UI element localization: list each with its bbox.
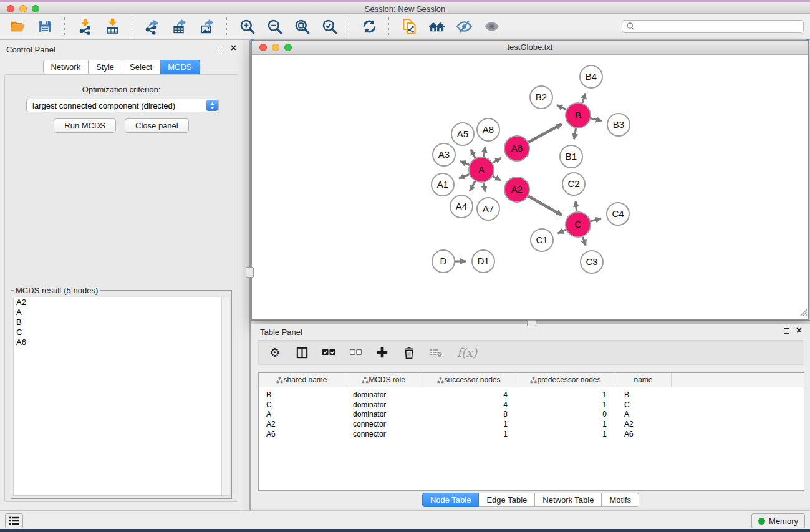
close-panel-icon[interactable]: × bbox=[796, 324, 802, 337]
node-B2[interactable]: B2 bbox=[530, 86, 552, 109]
duplicate-network-button[interactable] bbox=[398, 16, 420, 37]
cell-MCDS-role[interactable]: connector bbox=[345, 420, 422, 428]
delete-table-button[interactable] bbox=[428, 344, 443, 360]
edge-B-B2[interactable] bbox=[557, 105, 566, 109]
node-D1[interactable]: D1 bbox=[472, 250, 494, 273]
table-row[interactable]: A6connector11A6 bbox=[259, 429, 804, 439]
hide-graphics-details-button[interactable] bbox=[453, 16, 475, 37]
node-C[interactable]: C bbox=[566, 212, 591, 237]
edge-A6-B[interactable] bbox=[528, 124, 561, 142]
node-C4[interactable]: C4 bbox=[607, 203, 629, 225]
cell-MCDS-role[interactable]: dominator bbox=[345, 390, 422, 399]
open-session-button[interactable] bbox=[6, 16, 29, 37]
column-settings-button[interactable]: ⚙ bbox=[268, 344, 282, 360]
float-panel-icon[interactable] bbox=[784, 328, 789, 334]
cell-shared-name[interactable]: A6 bbox=[259, 430, 345, 438]
node-B[interactable]: B bbox=[566, 103, 591, 128]
cell-shared-name[interactable]: C bbox=[259, 400, 345, 409]
criterion-dropdown[interactable]: largest connected component (directed) bbox=[26, 99, 219, 112]
cell-shared-name[interactable]: A bbox=[259, 410, 345, 418]
node-A5[interactable]: A5 bbox=[451, 123, 474, 145]
import-network-button[interactable] bbox=[74, 16, 96, 37]
task-history-button[interactable] bbox=[5, 513, 23, 528]
cell-predecessor-nodes[interactable]: 1 bbox=[516, 400, 615, 409]
node-A7[interactable]: A7 bbox=[477, 198, 499, 220]
edge-A-A2[interactable] bbox=[493, 176, 501, 180]
column-header-predecessor-nodes[interactable]: predecessor nodes bbox=[516, 373, 615, 387]
deselect-all-columns-button[interactable] bbox=[348, 344, 363, 360]
home-layout-button[interactable] bbox=[425, 16, 448, 37]
result-scrollbar[interactable] bbox=[221, 297, 229, 495]
edge-C-C1[interactable] bbox=[558, 230, 566, 233]
table-row[interactable]: A2connector11A2 bbox=[259, 419, 804, 429]
edge-A-A1[interactable] bbox=[459, 175, 469, 178]
network-window-titlebar[interactable]: testGlobe.txt bbox=[252, 41, 808, 55]
column-header-name[interactable]: name bbox=[615, 373, 672, 387]
cell-predecessor-nodes[interactable]: 1 bbox=[516, 390, 615, 399]
table-row[interactable]: Cdominator41C bbox=[259, 400, 804, 410]
cell-successor-nodes[interactable]: 8 bbox=[422, 410, 516, 418]
column-view-button[interactable] bbox=[294, 344, 309, 360]
node-D[interactable]: D bbox=[432, 250, 455, 273]
cell-MCDS-role[interactable]: dominator bbox=[345, 410, 422, 418]
edge-B-B1[interactable] bbox=[574, 128, 576, 140]
edge-A-A6[interactable] bbox=[493, 158, 501, 163]
node-A8[interactable]: A8 bbox=[477, 118, 499, 141]
table-row[interactable]: Bdominator41B bbox=[259, 390, 804, 400]
node-A2[interactable]: A2 bbox=[504, 177, 529, 202]
vertical-divider-grip[interactable] bbox=[246, 267, 254, 278]
tab-select[interactable]: Select bbox=[122, 60, 160, 74]
node-A[interactable]: A bbox=[469, 157, 494, 182]
tab-edge-table[interactable]: Edge Table bbox=[479, 493, 535, 507]
cell-predecessor-nodes[interactable]: 0 bbox=[516, 410, 615, 418]
node-B4[interactable]: B4 bbox=[580, 65, 602, 88]
cell-name[interactable]: A6 bbox=[615, 430, 672, 438]
edge-B-B4[interactable] bbox=[582, 94, 586, 104]
node-A4[interactable]: A4 bbox=[450, 195, 473, 218]
column-header-successor-nodes[interactable]: successor nodes bbox=[422, 373, 516, 387]
cell-successor-nodes[interactable]: 4 bbox=[422, 390, 516, 399]
close-panel-button[interactable]: Close panel bbox=[125, 118, 189, 133]
edge-C-C2[interactable] bbox=[576, 201, 577, 211]
run-mcds-button[interactable]: Run MCDS bbox=[54, 118, 116, 133]
zoom-fit-button[interactable] bbox=[291, 16, 313, 37]
edge-B-B3[interactable] bbox=[591, 118, 601, 121]
show-graphics-details-button[interactable] bbox=[480, 16, 503, 37]
node-B3[interactable]: B3 bbox=[607, 114, 630, 136]
function-builder-button[interactable]: f(x) bbox=[455, 344, 479, 360]
tab-node-table[interactable]: Node Table bbox=[422, 493, 480, 507]
cell-predecessor-nodes[interactable]: 1 bbox=[516, 430, 615, 438]
tab-network[interactable]: Network bbox=[42, 60, 89, 74]
cell-successor-nodes[interactable]: 1 bbox=[422, 430, 516, 438]
edge-A2-C[interactable] bbox=[528, 196, 562, 215]
node-B1[interactable]: B1 bbox=[560, 145, 582, 168]
tab-mcds[interactable]: MCDS bbox=[160, 60, 200, 74]
column-header-shared-name[interactable]: shared name bbox=[259, 373, 345, 387]
edge-A-A4[interactable] bbox=[470, 181, 475, 191]
cell-MCDS-role[interactable]: connector bbox=[345, 430, 422, 438]
table-row[interactable]: Adominator80A bbox=[259, 410, 804, 420]
search-box[interactable] bbox=[622, 20, 804, 33]
zoom-in-button[interactable] bbox=[236, 16, 258, 37]
edge-C-C3[interactable] bbox=[582, 237, 586, 246]
import-table-button[interactable] bbox=[101, 16, 123, 37]
mcds-result-item[interactable]: A bbox=[14, 307, 229, 317]
zoom-selected-button[interactable] bbox=[318, 16, 340, 37]
edge-A-A8[interactable] bbox=[484, 147, 486, 157]
cell-successor-nodes[interactable]: 4 bbox=[422, 400, 516, 409]
cell-predecessor-nodes[interactable]: 1 bbox=[516, 420, 615, 428]
tab-style[interactable]: Style bbox=[89, 60, 122, 74]
cell-name[interactable]: A2 bbox=[615, 420, 672, 428]
add-row-button[interactable] bbox=[375, 344, 390, 360]
close-panel-icon[interactable]: × bbox=[231, 42, 236, 54]
export-image-button[interactable] bbox=[196, 16, 218, 37]
select-all-columns-button[interactable] bbox=[321, 344, 336, 360]
node-A6[interactable]: A6 bbox=[504, 136, 529, 161]
mcds-result-item[interactable]: B bbox=[14, 317, 229, 327]
horizontal-divider-grip[interactable] bbox=[527, 320, 536, 326]
node-C1[interactable]: C1 bbox=[531, 229, 553, 251]
cell-name[interactable]: C bbox=[615, 400, 672, 409]
node-C3[interactable]: C3 bbox=[581, 251, 603, 273]
resize-grip-icon[interactable] bbox=[799, 307, 808, 319]
edge-A-A5[interactable] bbox=[471, 150, 475, 158]
